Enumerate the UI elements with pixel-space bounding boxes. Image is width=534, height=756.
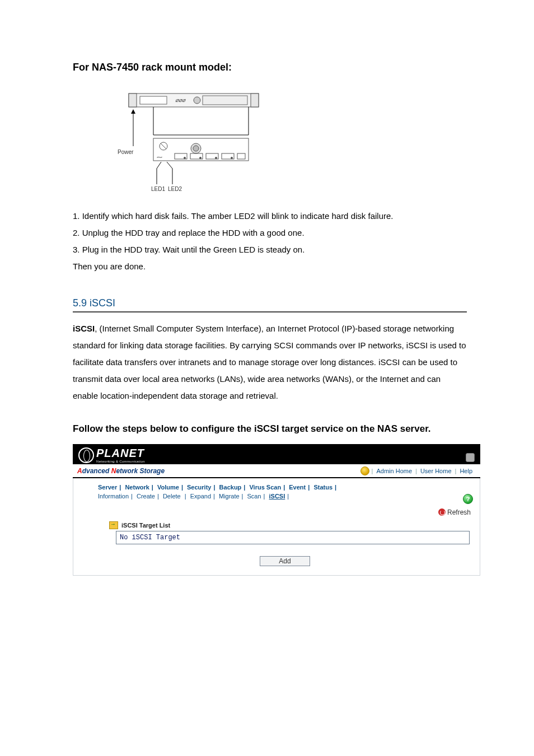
admin-ui-screenshot: PLANET Networking & Communication Advanc… bbox=[73, 444, 480, 576]
svg-point-23 bbox=[216, 157, 217, 159]
svg-marker-8 bbox=[131, 109, 135, 114]
app-title: Advanced Network Storage bbox=[77, 467, 165, 475]
svg-line-27 bbox=[157, 162, 161, 169]
globe-icon bbox=[78, 447, 94, 463]
link-user-home[interactable]: User Home bbox=[417, 468, 455, 474]
configure-heading: Follow the steps below to configure the … bbox=[73, 421, 467, 436]
svg-rect-2 bbox=[251, 94, 259, 107]
tab-security[interactable]: Security bbox=[186, 484, 212, 491]
step-1: 1. Identify which hard disk fails. The a… bbox=[73, 208, 467, 225]
refresh-link[interactable]: Refresh bbox=[447, 508, 471, 516]
tab-network[interactable]: Network bbox=[124, 484, 150, 491]
tab-virus-scan[interactable]: Virus Scan bbox=[248, 484, 282, 491]
subtab-expand[interactable]: Expand bbox=[189, 493, 212, 500]
tab-volume[interactable]: Volume bbox=[156, 484, 180, 491]
svg-point-21 bbox=[200, 157, 202, 159]
subtab-delete[interactable]: Delete bbox=[162, 493, 182, 500]
link-admin-home[interactable]: Admin Home bbox=[373, 468, 415, 474]
svg-point-16 bbox=[193, 146, 199, 151]
svg-text:⌀⌀⌀: ⌀⌀⌀ bbox=[175, 97, 186, 103]
add-button[interactable]: Add bbox=[260, 556, 310, 566]
brand-text: PLANET bbox=[96, 447, 144, 459]
sub-tabs: Information| Create| Delete | Expand| Mi… bbox=[97, 493, 480, 500]
brand-logo: PLANET Networking & Communication bbox=[78, 447, 145, 463]
tab-status[interactable]: Status bbox=[312, 484, 334, 491]
subtab-scan[interactable]: Scan bbox=[246, 493, 263, 500]
section-body: iSCSI, (Internet Small Computer System I… bbox=[73, 320, 467, 404]
subtab-migrate[interactable]: Migrate bbox=[218, 493, 241, 500]
main-tabs: Server| Network| Volume| Security| Backu… bbox=[97, 484, 480, 491]
link-help[interactable]: Help bbox=[456, 468, 476, 474]
rack-diagram: ⌀⌀⌀ Power ⁓ bbox=[101, 90, 269, 197]
ui-header-bar: PLANET Networking & Communication bbox=[73, 444, 480, 464]
diagram-power-label: Power bbox=[118, 149, 134, 155]
svg-rect-1 bbox=[129, 94, 137, 107]
tab-event[interactable]: Event bbox=[288, 484, 307, 491]
folder-arrow-icon bbox=[109, 521, 118, 529]
svg-point-5 bbox=[194, 97, 200, 104]
refresh-icon[interactable] bbox=[438, 508, 446, 516]
step-2: 2. Unplug the HDD tray and replace the H… bbox=[73, 225, 467, 241]
section-body-bold: iSCSI bbox=[73, 324, 95, 333]
model-heading: For NAS-7450 rack mount model: bbox=[73, 62, 467, 73]
svg-rect-3 bbox=[140, 96, 167, 104]
diagram-led1-label: LED1 bbox=[151, 186, 165, 192]
diagram-led2-label: LED2 bbox=[168, 186, 182, 192]
subtab-information[interactable]: Information bbox=[97, 493, 130, 500]
tab-server[interactable]: Server bbox=[97, 484, 118, 491]
iscsi-target-list: No iSCSI Target bbox=[116, 531, 470, 544]
tab-backup[interactable]: Backup bbox=[218, 484, 243, 491]
subtab-create[interactable]: Create bbox=[135, 493, 156, 500]
help-icon[interactable]: ? bbox=[463, 494, 473, 504]
svg-point-25 bbox=[231, 157, 233, 159]
svg-rect-6 bbox=[203, 96, 247, 105]
subtab-iscsi[interactable]: iSCSI bbox=[268, 493, 287, 500]
svg-line-28 bbox=[167, 162, 172, 169]
svg-text:⁓: ⁓ bbox=[157, 154, 162, 160]
section-body-rest: , (Internet Small Computer System Interf… bbox=[73, 324, 466, 400]
brand-subtext: Networking & Communication bbox=[96, 460, 145, 463]
panel-title: iSCSI Target List bbox=[121, 522, 170, 529]
section-heading: 5.9 iSCSI bbox=[73, 297, 467, 312]
svg-point-19 bbox=[184, 157, 186, 159]
alert-icon[interactable] bbox=[360, 466, 369, 475]
top-links: | Admin Home | User Home | Help bbox=[360, 466, 476, 475]
window-icon bbox=[466, 453, 475, 462]
step-3: 3. Plug in the HDD tray. Wait until the … bbox=[73, 241, 467, 258]
step-done: Then you are done. bbox=[73, 258, 467, 275]
replacement-steps: 1. Identify which hard disk fails. The a… bbox=[73, 208, 467, 275]
